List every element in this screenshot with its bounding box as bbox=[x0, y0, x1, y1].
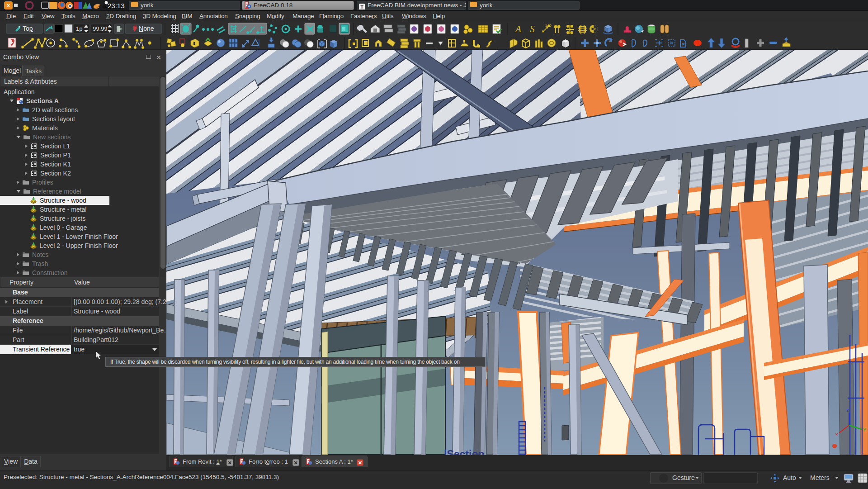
svg-text:Top: Top bbox=[23, 25, 33, 32]
svg-text:1.00: 1.00 bbox=[545, 24, 552, 27]
svg-text:99.99: 99.99 bbox=[93, 25, 108, 32]
svg-text:z: z bbox=[846, 407, 849, 413]
svg-text:A: A bbox=[514, 24, 521, 34]
svg-text:x: x bbox=[835, 432, 838, 437]
svg-text:S: S bbox=[530, 24, 535, 34]
svg-text:|Section: |Section bbox=[444, 448, 485, 455]
svg-text:None: None bbox=[139, 25, 154, 32]
svg-text:1p: 1p bbox=[76, 25, 82, 32]
svg-text:Y: Y bbox=[863, 427, 867, 432]
